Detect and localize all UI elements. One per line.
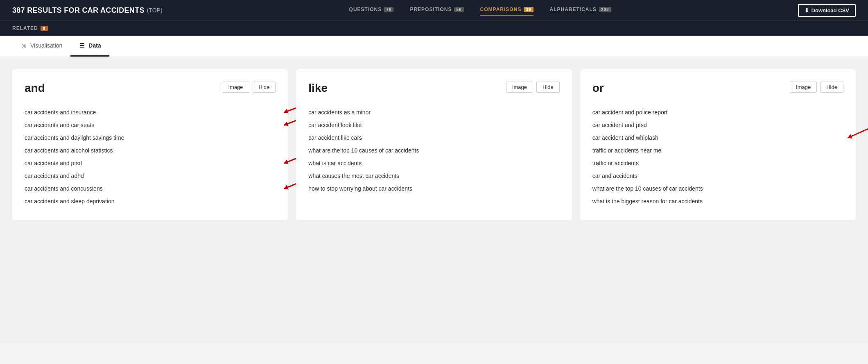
- sub-header: RELATED 8: [0, 20, 868, 36]
- tab-label-questions: QUESTIONS: [349, 7, 382, 12]
- svg-marker-5: [284, 159, 289, 164]
- data-icon: ☰: [79, 42, 85, 49]
- list-item: car accidents and insurance: [25, 106, 276, 119]
- list-item: what causes the most car accidents: [308, 170, 559, 182]
- list-item: car accident and whiplash: [592, 132, 843, 144]
- header-tab-comparisons[interactable]: COMPARISONS 39: [480, 7, 533, 14]
- view-tab-label-visualisation: Visualisation: [30, 42, 62, 49]
- list-item: car accidents and sleep deprivation: [25, 195, 276, 208]
- list-item: car and accidents: [592, 170, 843, 182]
- svg-marker-7: [284, 185, 289, 189]
- image-button-or[interactable]: Image: [790, 82, 817, 93]
- image-button-like[interactable]: Image: [506, 82, 533, 93]
- card-actions-or: Image Hide: [790, 82, 843, 93]
- image-button-and[interactable]: Image: [222, 82, 249, 93]
- svg-marker-3: [284, 121, 288, 126]
- card-actions-and: Image Hide: [222, 82, 276, 93]
- hide-button-like[interactable]: Hide: [536, 82, 560, 93]
- hide-button-or[interactable]: Hide: [820, 82, 843, 93]
- nav-tabs: QUESTIONS 76 PREPOSITIONS 56 COMPARISONS…: [349, 7, 611, 14]
- tab-count-comparisons: 39: [524, 7, 533, 12]
- related-label: RELATED: [12, 25, 38, 31]
- main-content: and Image Hide car accidents and insuran…: [0, 57, 868, 344]
- header-left: 387 RESULTS FOR CAR ACCIDENTS (TOP): [12, 6, 163, 15]
- list-item: car accident like cars: [308, 132, 559, 144]
- svg-line-8: [848, 122, 868, 138]
- download-icon: ⬇: [805, 7, 809, 14]
- list-item: car accidents and alcohol statistics: [25, 144, 276, 157]
- list-item: car accidents and daylight savings time: [25, 132, 276, 144]
- list-item: car accident and ptsd: [592, 119, 843, 132]
- card-header-and: and Image Hide: [25, 82, 276, 95]
- list-item: car accidents and ptsd: [25, 157, 276, 170]
- tab-label-alphabeticals: ALPHABETICALS: [550, 7, 597, 12]
- card-or: or Image Hide car accident and police re…: [580, 69, 856, 220]
- card-title-and: and: [25, 82, 45, 95]
- card-list-or: car accident and police reportcar accide…: [592, 106, 843, 208]
- card-list-and: car accidents and insurancecar accidents…: [25, 106, 276, 208]
- download-label: Download CSV: [811, 7, 849, 14]
- view-tabs: ◎ Visualisation ☰ Data: [0, 36, 868, 57]
- page-subtitle: (TOP): [147, 7, 163, 14]
- tab-count-prepositions: 56: [454, 7, 463, 12]
- tab-count-questions: 76: [384, 7, 393, 12]
- card-title-like: like: [308, 82, 328, 95]
- list-item: car accident and police report: [592, 106, 843, 119]
- svg-marker-1: [284, 109, 288, 113]
- card-like: like Image Hide car accidents as a minor…: [296, 69, 572, 220]
- list-item: traffic or accidents: [592, 157, 843, 170]
- list-item: what is the biggest reason for car accid…: [592, 195, 843, 208]
- view-tab-label-data: Data: [88, 42, 101, 49]
- header-tab-prepositions[interactable]: PREPOSITIONS 56: [410, 7, 463, 14]
- tab-label-prepositions: PREPOSITIONS: [410, 7, 452, 12]
- card-and: and Image Hide car accidents and insuran…: [12, 69, 288, 220]
- list-item: car accidents as a minor: [308, 106, 559, 119]
- cards-container: and Image Hide car accidents and insuran…: [12, 69, 856, 220]
- list-item: car accident look like: [308, 119, 559, 132]
- list-item: car accidents and concussions: [25, 182, 276, 195]
- card-title-or: or: [592, 82, 604, 95]
- card-header-or: or Image Hide: [592, 82, 843, 95]
- header-tab-alphabeticals[interactable]: ALPHABETICALS 208: [550, 7, 611, 14]
- related-count: 8: [41, 26, 48, 31]
- page-title: 387 RESULTS FOR CAR ACCIDENTS: [12, 6, 145, 15]
- header-tab-questions[interactable]: QUESTIONS 76: [349, 7, 394, 14]
- hide-button-and[interactable]: Hide: [253, 82, 276, 93]
- tab-count-alphabeticals: 208: [599, 7, 611, 12]
- list-item: traffic or accidents near me: [592, 144, 843, 157]
- list-item: what is car accidents: [308, 157, 559, 170]
- view-tab-data[interactable]: ☰ Data: [70, 36, 109, 57]
- card-actions-like: Image Hide: [506, 82, 560, 93]
- list-item: how to stop worrying about car accidents: [308, 182, 559, 195]
- list-item: car accidents and car seats: [25, 119, 276, 132]
- view-tab-visualisation[interactable]: ◎ Visualisation: [12, 36, 70, 57]
- visualisation-icon: ◎: [20, 42, 27, 49]
- svg-marker-9: [848, 134, 852, 139]
- list-item: car accidents and adhd: [25, 170, 276, 182]
- card-header-like: like Image Hide: [308, 82, 559, 95]
- main-header: 387 RESULTS FOR CAR ACCIDENTS (TOP) QUES…: [0, 0, 868, 20]
- related-badge: RELATED 8: [12, 25, 48, 31]
- card-list-like: car accidents as a minorcar accident loo…: [308, 106, 559, 195]
- list-item: what are the top 10 causes of car accide…: [308, 144, 559, 157]
- list-item: what are the top 10 causes of car accide…: [592, 182, 843, 195]
- download-csv-button[interactable]: ⬇ Download CSV: [798, 4, 856, 17]
- tab-label-comparisons: COMPARISONS: [480, 7, 522, 12]
